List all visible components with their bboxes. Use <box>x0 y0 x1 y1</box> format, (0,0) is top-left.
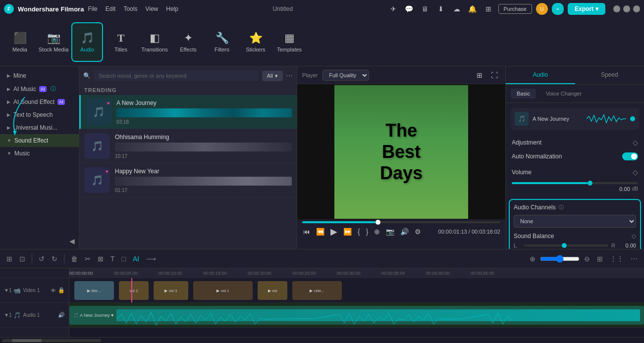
menu-tools[interactable]: Tools <box>123 5 137 12</box>
track-lock-icon[interactable]: 🔒 <box>58 287 65 294</box>
crop-button[interactable]: ⊠ <box>95 253 106 264</box>
grid-view-icon[interactable]: ⊞ <box>474 69 485 81</box>
panel-item-music[interactable]: ▼ Music <box>0 147 79 160</box>
points-icon[interactable]: + <box>552 3 564 15</box>
chat-icon[interactable]: 💬 <box>403 3 415 15</box>
zoom-slider[interactable] <box>540 253 580 264</box>
timeline-target-btn[interactable]: ⊡ <box>17 253 28 264</box>
volume-button[interactable]: 🔊 <box>399 227 410 237</box>
video-clip-2[interactable]: vid 2 <box>119 281 149 300</box>
tool-templates[interactable]: ▦ Templates <box>273 22 305 62</box>
minimize-button[interactable] <box>613 5 620 12</box>
audio-clip[interactable]: 🎵 A New Journey ♥ <box>69 306 644 325</box>
add-marker-button[interactable]: ⊕ <box>373 227 381 237</box>
tool-transitions[interactable]: ◧ Transitions <box>139 22 170 62</box>
filter-dropdown[interactable]: All ▾ <box>262 71 283 81</box>
video-clip-1[interactable]: ▶ title... <box>74 281 114 300</box>
video-clip-6[interactable]: ▶ vide... <box>292 281 342 300</box>
fit-btn[interactable]: ⊞ <box>594 253 605 264</box>
timeline-layout-btn[interactable]: ⊞ <box>4 253 15 264</box>
collapse-panel-btn[interactable]: ◀ <box>0 233 79 249</box>
zoom-out-btn[interactable]: ⊖ <box>582 253 592 264</box>
tool-audio[interactable]: 🎵 Audio <box>71 22 103 62</box>
volume-slider[interactable] <box>512 182 638 184</box>
sub-tab-basic[interactable]: Basic <box>511 89 536 98</box>
timeline-scrollbar[interactable] <box>0 337 644 343</box>
timeline-more-btn[interactable]: ⋯ <box>628 253 640 264</box>
audio-item[interactable]: ♥ 🎵 Happy New Year 01:17 <box>79 163 297 197</box>
video-track[interactable]: ▶ title... vid 2 ▶ vid 3 ▶ vid 1 ▶ vid ▶… <box>69 278 644 303</box>
settings-button[interactable]: ⚙ <box>414 227 422 237</box>
menu-view[interactable]: View <box>145 5 158 12</box>
more-timeline-btn[interactable]: ⟶ <box>144 253 159 264</box>
bell-icon[interactable]: 🔔 <box>467 3 479 15</box>
user-avatar[interactable]: U <box>536 3 548 15</box>
mark-in-button[interactable]: { <box>357 227 361 237</box>
download-icon[interactable]: ⬇ <box>435 3 447 15</box>
progress-bar[interactable] <box>302 221 500 223</box>
panel-item-ai-sound-effect[interactable]: ▶ AI Sound Effect AI <box>0 96 79 108</box>
tool-stock-media[interactable]: 📷 Stock Media <box>38 22 69 62</box>
panel-item-ai-music[interactable]: ▶ AI Music AI ⓘ <box>0 82 79 96</box>
menu-edit[interactable]: Edit <box>106 5 116 12</box>
tab-speed[interactable]: Speed <box>575 66 644 84</box>
tool-media[interactable]: ⬛ Media <box>4 22 36 62</box>
zoom-in-btn[interactable]: ⊕ <box>527 253 538 264</box>
video-clip-3[interactable]: ▶ vid 3 <box>154 281 188 300</box>
menu-file[interactable]: File <box>88 5 97 12</box>
quality-select[interactable]: Full Quality <box>322 70 369 81</box>
tool-effects[interactable]: ✦ Effects <box>172 22 204 62</box>
split-button[interactable]: ✂ <box>82 253 93 264</box>
volume-section-header[interactable]: Volume ◇ <box>506 164 644 180</box>
video-clip-5[interactable]: ▶ vid <box>258 281 287 300</box>
playhead[interactable] <box>131 278 132 302</box>
undo-button[interactable]: ↺ <box>36 253 47 264</box>
mark-out-button[interactable]: } <box>365 227 370 237</box>
volume-thumb[interactable] <box>588 181 592 186</box>
balance-thumb[interactable] <box>562 243 567 248</box>
audio-track[interactable]: 🎵 A New Journey ♥ <box>69 303 644 328</box>
skip-back-button[interactable]: ⏮ <box>302 227 311 237</box>
track-eye-icon[interactable]: 👁 <box>51 288 56 294</box>
audio-item[interactable]: ♥ 🎵 A New Journey 03:18 <box>79 95 297 129</box>
ai-tools-btn[interactable]: AI <box>130 253 142 264</box>
color-match-btn[interactable]: □ <box>119 253 128 264</box>
menu-help[interactable]: Help <box>166 5 178 12</box>
panel-item-text-to-speech[interactable]: ▶ Text to Speech <box>0 108 79 121</box>
purchase-button[interactable]: Purchase <box>498 4 532 14</box>
balance-slider[interactable] <box>524 245 608 246</box>
tool-stickers[interactable]: ⭐ Stickers <box>240 22 271 62</box>
search-input[interactable] <box>94 70 259 81</box>
scroll-thumb[interactable] <box>12 339 42 342</box>
tool-filters[interactable]: 🔧 Filters <box>206 22 238 62</box>
cloud-icon[interactable]: ☁ <box>451 3 463 15</box>
video-clip-4[interactable]: ▶ vid 1 <box>193 281 253 300</box>
tool-titles[interactable]: T Titles <box>105 22 137 62</box>
play-button[interactable]: ▶ <box>329 225 338 238</box>
auto-normalization-toggle[interactable] <box>622 152 638 160</box>
tab-audio[interactable]: Audio <box>506 66 575 84</box>
delete-button[interactable]: 🗑 <box>68 253 80 264</box>
sub-tab-voice-changer[interactable]: Voice Changer <box>540 89 588 98</box>
scroll-track[interactable] <box>2 339 101 342</box>
monitor-icon[interactable]: 🖥 <box>419 3 431 15</box>
adjustment-section-header[interactable]: Adjustment ◇ <box>506 135 644 150</box>
redo-button[interactable]: ↻ <box>49 253 60 264</box>
more-options-icon[interactable]: ⋯ <box>286 72 293 80</box>
panel-item-mine[interactable]: ▶ Mine <box>0 69 79 82</box>
panel-item-universal-music[interactable]: ▶ Universal Musi... <box>0 121 79 134</box>
step-back-button[interactable]: ⏪ <box>315 227 325 237</box>
panel-item-sound-effect[interactable]: ▼ Sound Effect <box>0 134 79 147</box>
export-button[interactable]: Export ▾ <box>568 3 605 15</box>
audio-channel-select[interactable]: NoneStereoMono LeftMono Right <box>514 215 636 228</box>
step-forward-button[interactable]: ⏩ <box>342 227 353 237</box>
maximize-button[interactable] <box>623 5 630 12</box>
audio-item[interactable]: 🎵 Ohhisama Humming 10:17 <box>79 129 297 163</box>
send-icon[interactable]: ✈ <box>387 3 399 15</box>
audio-mute-icon[interactable]: 🔊 <box>58 312 65 318</box>
snapshot-button[interactable]: 📷 <box>385 227 395 237</box>
fullscreen-icon[interactable]: ⛶ <box>488 69 500 81</box>
close-button[interactable] <box>633 5 640 12</box>
text-btn[interactable]: T <box>108 253 117 264</box>
grid-btn[interactable]: ⋮⋮ <box>607 253 626 264</box>
